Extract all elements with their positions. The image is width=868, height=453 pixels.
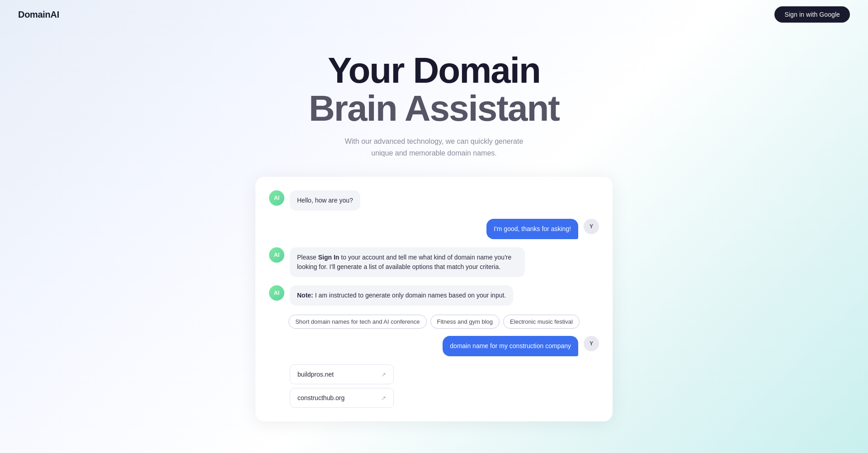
message-bubble-ai-2: Please Sign In to your account and tell … <box>290 247 525 277</box>
hero-title-line2: Brain Assistant <box>9 90 859 127</box>
message-row-ai-1: AI Hello, how are you? <box>269 190 599 211</box>
suggestion-pill-1[interactable]: Short domain names for tech and AI confe… <box>288 315 426 329</box>
domain-item-1[interactable]: buildpros.net ↗ <box>290 364 394 384</box>
hero-subtitle: With our advanced technology, we can qui… <box>335 136 533 159</box>
domain-name-2: constructhub.org <box>297 394 344 401</box>
avatar-ai: AI <box>269 190 284 206</box>
message-row-ai-2: AI Please Sign In to your account and te… <box>269 247 599 277</box>
hero-title-line1: Your Domain <box>9 52 859 90</box>
chat-container: AI Hello, how are you? Y I'm good, thank… <box>255 177 613 421</box>
domain-item-2[interactable]: constructhub.org ↗ <box>290 388 394 408</box>
suggestion-pill-2[interactable]: Fitness and gym blog <box>430 315 500 329</box>
external-link-icon-2: ↗ <box>381 395 386 401</box>
message-bubble-user-1: I'm good, thanks for asking! <box>486 219 578 239</box>
suggestion-row: Short domain names for tech and AI confe… <box>269 315 599 329</box>
avatar-user-2: Y <box>584 336 599 351</box>
suggestion-pill-3[interactable]: Electronic music festival <box>503 315 580 329</box>
hero-section: Your Domain Brain Assistant With our adv… <box>0 29 868 177</box>
message-bubble-ai-1: Hello, how are you? <box>290 190 360 211</box>
message-row-ai-3: AI Note: I am instructed to generate onl… <box>269 285 599 306</box>
domain-name-1: buildpros.net <box>297 371 334 378</box>
logo: DomainAI <box>18 9 59 20</box>
avatar-user-1: Y <box>584 219 599 234</box>
avatar-ai-3: AI <box>269 285 284 301</box>
message-row-user-2: Y domain name for my construction compan… <box>269 336 599 356</box>
message-row-user-1: Y I'm good, thanks for asking! <box>269 219 599 239</box>
message-bubble-user-2: domain name for my construction company <box>443 336 578 356</box>
avatar-ai-2: AI <box>269 247 284 263</box>
external-link-icon-1: ↗ <box>381 371 386 378</box>
message-bubble-ai-3: Note: I am instructed to generate only d… <box>290 285 513 306</box>
header: DomainAI Sign in with Google <box>0 0 868 29</box>
domain-results: buildpros.net ↗ constructhub.org ↗ <box>269 364 599 408</box>
sign-in-button[interactable]: Sign in with Google <box>774 6 850 23</box>
